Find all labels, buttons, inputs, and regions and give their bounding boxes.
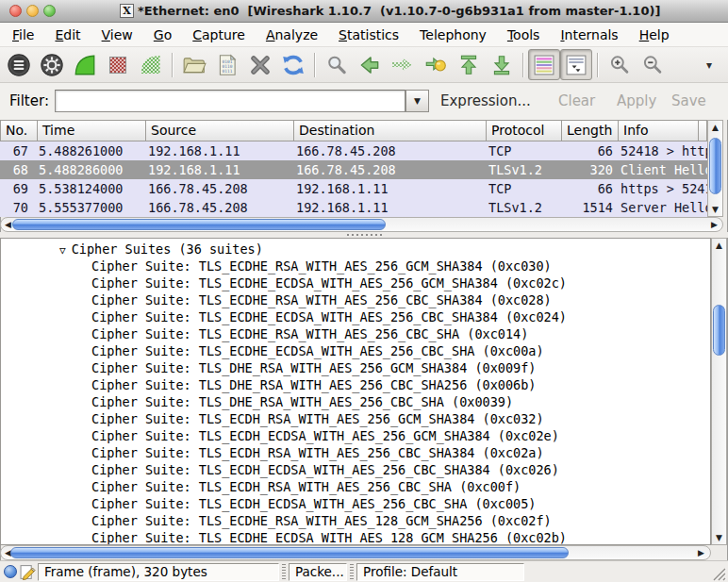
tree-leaf-cipher-suite[interactable]: Cipher Suite: TLS_ECDHE_RSA_WITH_AES_256… — [1, 292, 710, 309]
packet-row-67[interactable]: 67 5.488261000 192.168.1.11 166.78.45.20… — [0, 141, 707, 160]
column-header-info[interactable]: Info — [619, 120, 699, 141]
tree-leaf-cipher-suite[interactable]: Cipher Suite: TLS_DHE_RSA_WITH_AES_256_C… — [1, 377, 710, 394]
minimize-window-button[interactable] — [26, 5, 39, 17]
menu-statistics[interactable]: Statistics — [328, 27, 409, 42]
svg-text:0111: 0111 — [222, 69, 232, 74]
menu-analyze[interactable]: Analyze — [256, 27, 328, 42]
packet-list-hscroll-thumb[interactable] — [12, 219, 386, 230]
zoom-out-button[interactable] — [636, 49, 669, 81]
packet-row-69[interactable]: 69 5.538124000 166.78.45.208 192.168.1.1… — [0, 179, 707, 198]
go-to-packet-button[interactable] — [419, 49, 452, 81]
tree-node-cipher-suites[interactable]: ▽Cipher Suites (36 suites) — [1, 241, 710, 258]
tree-leaf-cipher-suite[interactable]: Cipher Suite: TLS_ECDH_ECDSA_WITH_AES_25… — [1, 428, 710, 445]
title-bar[interactable]: X *Ethernet: en0 [Wireshark 1.10.7 (v1.1… — [0, 0, 728, 23]
menu-bar: File Edit View Go Capture Analyze Statis… — [0, 23, 728, 47]
open-file-button[interactable] — [177, 49, 210, 81]
details-vscroll-thumb[interactable] — [713, 305, 725, 356]
expander-triangle-icon[interactable]: ▽ — [59, 244, 66, 257]
column-header-filler — [699, 120, 707, 141]
window-resize-grip[interactable] — [709, 563, 727, 581]
packet-row-70[interactable]: 70 5.555377000 166.78.45.208 192.168.1.1… — [0, 198, 707, 217]
packet-list-vscrollbar[interactable]: ▲ ▼ — [707, 120, 723, 217]
back-arrow-icon — [357, 53, 382, 77]
status-splitter-grip[interactable] — [282, 564, 286, 580]
annotation-pencil-icon[interactable] — [20, 564, 36, 580]
filter-input[interactable] — [55, 90, 405, 112]
clear-button[interactable]: Clear — [558, 92, 595, 109]
filter-history-dropdown[interactable]: ▼ — [405, 90, 429, 112]
tree-leaf-cipher-suite[interactable]: Cipher Suite: TLS_ECDHE_RSA_WITH_AES_256… — [1, 326, 710, 343]
menu-tools[interactable]: Tools — [497, 27, 551, 42]
tree-leaf-cipher-suite[interactable]: Cipher Suite: TLS_DHE_RSA_WITH_AES_256_C… — [1, 394, 710, 411]
tree-leaf-cipher-suite[interactable]: Cipher Suite: TLS_ECDHE_RSA_WITH_AES_256… — [1, 258, 710, 275]
scroll-up-icon[interactable]: ▲ — [712, 241, 726, 250]
save-button[interactable]: Save — [671, 92, 706, 109]
menu-view[interactable]: View — [91, 27, 143, 42]
tree-leaf-cipher-suite[interactable]: Cipher Suite: TLS_ECDH_RSA_WITH_AES_256_… — [1, 411, 710, 428]
tree-leaf-cipher-suite[interactable]: Cipher Suite: TLS_ECDHE_ECDSA_WITH_AES_2… — [1, 309, 710, 326]
packet-row-68-selected[interactable]: 68 5.488286000 192.168.1.11 166.78.45.20… — [0, 160, 707, 179]
gear-icon — [40, 53, 64, 77]
menu-internals[interactable]: Internals — [550, 27, 628, 42]
reload-button[interactable] — [276, 49, 309, 81]
scroll-right-icon[interactable]: ▶ — [698, 548, 704, 557]
scroll-up-icon[interactable]: ▲ — [708, 123, 722, 132]
packet-list-hscrollbar[interactable]: ◀ ▶ — [0, 217, 723, 232]
find-packet-button[interactable] — [320, 49, 353, 81]
details-hscroll-thumb[interactable] — [10, 547, 569, 558]
scroll-left-icon[interactable]: ◀ — [5, 220, 11, 229]
go-to-top-button[interactable] — [452, 49, 485, 81]
save-file-button[interactable]: 010101100111 — [210, 49, 243, 81]
column-header-destination[interactable]: Destination — [294, 120, 487, 141]
scroll-right-icon[interactable]: ▶ — [711, 220, 718, 229]
x11-icon: X — [120, 4, 134, 18]
menu-telephony[interactable]: Telephony — [409, 27, 497, 42]
autoscroll-toggle-button[interactable] — [560, 49, 592, 80]
scroll-down-icon[interactable]: ▼ — [712, 533, 726, 542]
apply-button[interactable]: Apply — [617, 92, 656, 109]
details-hscrollbar[interactable]: ◀ ▶ — [0, 545, 711, 560]
expression-button[interactable]: Expression... — [440, 92, 531, 109]
colorize-toggle-button[interactable] — [528, 49, 560, 80]
menu-go[interactable]: Go — [143, 27, 182, 42]
interfaces-icon — [7, 53, 31, 77]
column-header-length[interactable]: Length — [562, 120, 619, 141]
column-header-no[interactable]: No. — [0, 120, 38, 141]
tree-leaf-cipher-suite[interactable]: Cipher Suite: TLS_ECDHE_ECDSA_WITH_AES_1… — [1, 530, 710, 545]
column-header-time[interactable]: Time — [38, 120, 146, 141]
close-window-button[interactable] — [9, 5, 22, 17]
stop-capture-button[interactable] — [101, 49, 134, 81]
tree-leaf-cipher-suite[interactable]: Cipher Suite: TLS_ECDHE_ECDSA_WITH_AES_2… — [1, 275, 710, 292]
forward-arrow-icon — [392, 57, 412, 74]
column-header-protocol[interactable]: Protocol — [487, 120, 562, 141]
close-file-button[interactable] — [243, 49, 276, 81]
restart-capture-button[interactable] — [134, 49, 167, 81]
details-vscrollbar[interactable]: ▲ ▼ — [711, 238, 727, 545]
column-header-source[interactable]: Source — [146, 120, 294, 141]
status-profile-field[interactable]: Profile: Default — [356, 563, 524, 581]
status-splitter-grip[interactable] — [350, 564, 354, 580]
menu-edit[interactable]: Edit — [44, 27, 91, 42]
start-capture-button[interactable] — [68, 49, 101, 81]
scroll-down-icon[interactable]: ▼ — [708, 205, 722, 214]
tree-leaf-cipher-suite[interactable]: Cipher Suite: TLS_ECDH_RSA_WITH_AES_256_… — [1, 445, 710, 462]
go-forward-button[interactable] — [386, 49, 419, 81]
packet-list-vscroll-thumb[interactable] — [709, 138, 721, 194]
tree-leaf-cipher-suite[interactable]: Cipher Suite: TLS_ECDH_ECDSA_WITH_AES_25… — [1, 462, 710, 479]
menu-file[interactable]: File — [2, 27, 44, 42]
tree-leaf-cipher-suite[interactable]: Cipher Suite: TLS_ECDH_ECDSA_WITH_AES_25… — [1, 496, 710, 513]
tree-leaf-cipher-suite[interactable]: Cipher Suite: TLS_ECDHE_RSA_WITH_AES_128… — [1, 513, 710, 530]
list-interfaces-button[interactable] — [2, 49, 35, 81]
expert-info-icon[interactable] — [4, 565, 17, 578]
go-to-bottom-button[interactable] — [485, 49, 518, 81]
tree-leaf-cipher-suite[interactable]: Cipher Suite: TLS_ECDH_RSA_WITH_AES_256_… — [1, 479, 710, 496]
go-back-button[interactable] — [353, 49, 386, 81]
zoom-in-button[interactable] — [603, 49, 636, 81]
tree-leaf-cipher-suite[interactable]: Cipher Suite: TLS_DHE_RSA_WITH_AES_256_G… — [1, 360, 710, 377]
capture-options-button[interactable] — [35, 49, 68, 81]
toolbar-overflow-button[interactable]: ▾ — [702, 58, 717, 72]
menu-capture[interactable]: Capture — [182, 27, 256, 42]
zoom-window-button[interactable] — [43, 5, 56, 17]
menu-help[interactable]: Help — [629, 27, 680, 42]
tree-leaf-cipher-suite[interactable]: Cipher Suite: TLS_ECDHE_ECDSA_WITH_AES_2… — [1, 343, 710, 360]
